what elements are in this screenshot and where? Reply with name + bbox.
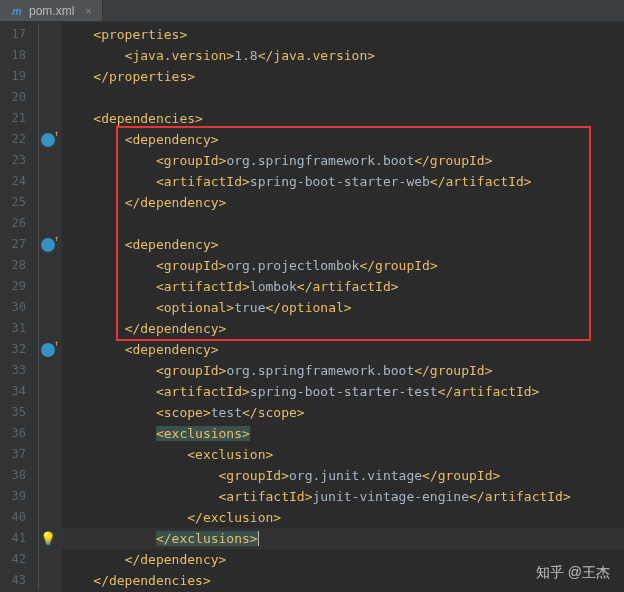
code-line: <groupId>org.junit.vintage</groupId> bbox=[62, 465, 624, 486]
bulb-icon[interactable]: 💡 bbox=[34, 528, 62, 549]
tab-bar: m pom.xml × bbox=[0, 0, 624, 22]
line-number[interactable]: 19 bbox=[0, 66, 34, 87]
close-icon[interactable]: × bbox=[85, 5, 91, 17]
code-line: <dependency> bbox=[62, 339, 624, 360]
line-number[interactable]: 35 bbox=[0, 402, 34, 423]
line-number[interactable]: 40 bbox=[0, 507, 34, 528]
code-line: <dependency> bbox=[62, 234, 624, 255]
code-line: <artifactId>junit-vintage-engine</artifa… bbox=[62, 486, 624, 507]
line-number[interactable]: 41 bbox=[0, 528, 34, 549]
code-line: </exclusion> bbox=[62, 507, 624, 528]
file-tab-pom[interactable]: m pom.xml × bbox=[0, 0, 103, 21]
maven-file-icon: m bbox=[10, 4, 24, 18]
line-number[interactable]: 22 bbox=[0, 129, 34, 150]
line-number[interactable]: 28 bbox=[0, 255, 34, 276]
line-number[interactable]: 42 bbox=[0, 549, 34, 570]
line-number[interactable]: 20 bbox=[0, 87, 34, 108]
watermark-text: 知乎 @王杰 bbox=[536, 564, 610, 582]
line-number[interactable]: 18 bbox=[0, 45, 34, 66]
code-line bbox=[62, 87, 624, 108]
gutter-marker-icon[interactable] bbox=[34, 129, 62, 150]
line-number[interactable]: 32 bbox=[0, 339, 34, 360]
code-line: </dependency> bbox=[62, 318, 624, 339]
code-line: <artifactId>spring-boot-starter-test</ar… bbox=[62, 381, 624, 402]
code-line: <artifactId>lombok</artifactId> bbox=[62, 276, 624, 297]
code-line: <exclusions> bbox=[62, 423, 624, 444]
line-number[interactable]: 34 bbox=[0, 381, 34, 402]
line-number[interactable]: 37 bbox=[0, 444, 34, 465]
gutter-marker-icon[interactable] bbox=[34, 339, 62, 360]
line-number[interactable]: 17 bbox=[0, 24, 34, 45]
code-line: </exclusions> bbox=[62, 528, 624, 549]
line-number[interactable]: 31 bbox=[0, 318, 34, 339]
code-line: <groupId>org.springframework.boot</group… bbox=[62, 360, 624, 381]
line-number[interactable]: 29 bbox=[0, 276, 34, 297]
code-line: <groupId>org.projectlombok</groupId> bbox=[62, 255, 624, 276]
code-line: <java.version>1.8</java.version> bbox=[62, 45, 624, 66]
line-number[interactable]: 24 bbox=[0, 171, 34, 192]
code-line: </properties> bbox=[62, 66, 624, 87]
line-number[interactable]: 43 bbox=[0, 570, 34, 591]
line-number[interactable]: 38 bbox=[0, 465, 34, 486]
line-number[interactable]: 36 bbox=[0, 423, 34, 444]
line-number[interactable]: 33 bbox=[0, 360, 34, 381]
code-line: <dependencies> bbox=[62, 108, 624, 129]
line-number-gutter: 17 18 19 20 21 22 23 24 25 26 27 28 29 3… bbox=[0, 22, 34, 592]
line-number[interactable]: 27 bbox=[0, 234, 34, 255]
tab-filename: pom.xml bbox=[29, 4, 74, 18]
code-line: <optional>true</optional> bbox=[62, 297, 624, 318]
line-number[interactable]: 23 bbox=[0, 150, 34, 171]
code-area[interactable]: <properties> <java.version>1.8</java.ver… bbox=[62, 22, 624, 592]
gutter-icons: 💡 bbox=[34, 22, 62, 592]
code-line: </dependency> bbox=[62, 192, 624, 213]
line-number[interactable]: 25 bbox=[0, 192, 34, 213]
code-line: <artifactId>spring-boot-starter-web</art… bbox=[62, 171, 624, 192]
line-number[interactable]: 39 bbox=[0, 486, 34, 507]
code-line: <groupId>org.springframework.boot</group… bbox=[62, 150, 624, 171]
gutter-marker-icon[interactable] bbox=[34, 234, 62, 255]
line-number[interactable]: 30 bbox=[0, 297, 34, 318]
line-number[interactable]: 26 bbox=[0, 213, 34, 234]
code-line: <dependency> bbox=[62, 129, 624, 150]
code-line bbox=[62, 213, 624, 234]
line-number[interactable]: 21 bbox=[0, 108, 34, 129]
editor: 17 18 19 20 21 22 23 24 25 26 27 28 29 3… bbox=[0, 22, 624, 592]
code-line: <properties> bbox=[62, 24, 624, 45]
code-line: <scope>test</scope> bbox=[62, 402, 624, 423]
watermark: 知乎 @王杰 bbox=[530, 564, 610, 582]
code-line: <exclusion> bbox=[62, 444, 624, 465]
